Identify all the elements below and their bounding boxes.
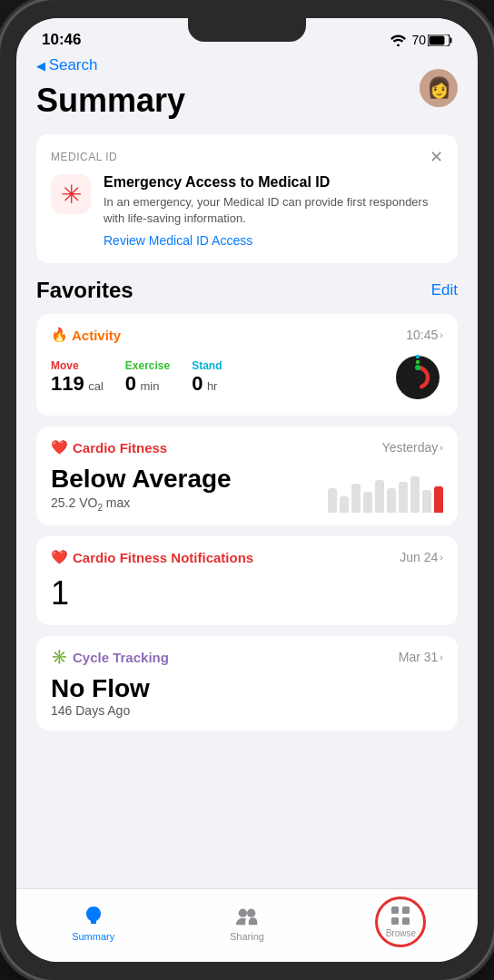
svg-point-9 <box>239 908 247 916</box>
status-time: 10:46 <box>42 31 81 49</box>
cardio-fitness-title: ❤️ Cardio Fitness <box>51 439 167 456</box>
cardio-fitness-card[interactable]: ❤️ Cardio Fitness Yesterday › Below Aver… <box>36 426 458 525</box>
medical-id-description: In an emergency, your Medical ID can pro… <box>104 194 443 227</box>
stand-value: 0 <box>192 372 203 395</box>
medical-id-close[interactable]: ✕ <box>430 149 443 165</box>
stand-stat: Stand 0 hr <box>192 359 222 396</box>
fire-icon: 🔥 <box>51 327 68 343</box>
svg-rect-13 <box>391 917 399 925</box>
activity-ring <box>392 352 443 403</box>
cycle-tracking-label: Cycle Tracking <box>73 650 169 665</box>
exercise-value: 0 <box>125 372 136 395</box>
bar-item <box>363 492 372 513</box>
heart-icon-2: ❤️ <box>51 549 68 565</box>
activity-stats-row: Move 119 cal Exercise 0 min Stand 0 <box>51 352 443 403</box>
page-title: Summary <box>36 82 458 120</box>
cardio-fitness-notif-header: ❤️ Cardio Fitness Notifications Jun 24 › <box>51 549 443 565</box>
heart-icon-1: ❤️ <box>51 439 68 456</box>
activity-time: 10:45 › <box>406 328 443 342</box>
bar-item <box>410 476 420 513</box>
bar-item <box>328 488 337 513</box>
browse-circle-highlight: Browse <box>375 897 426 947</box>
favorites-edit-button[interactable]: Edit <box>431 281 458 299</box>
medical-id-content: ✳ Emergency Access to Medical ID In an e… <box>51 174 443 249</box>
summary-tab-icon <box>81 903 106 928</box>
svg-rect-14 <box>402 917 410 925</box>
medical-id-label: MEDICAL ID <box>51 151 117 163</box>
bar-item <box>387 488 396 513</box>
cardio-notif-value: 1 <box>51 574 443 612</box>
tab-sharing[interactable]: Sharing <box>215 903 279 942</box>
cardio-fitness-main-value: Below Average <box>51 465 232 494</box>
cycle-tracking-date: Mar 31 › <box>399 650 443 664</box>
medical-id-header: MEDICAL ID ✕ <box>51 149 443 165</box>
battery-icon: 70 <box>411 33 452 47</box>
bar-item <box>422 490 431 513</box>
svg-rect-2 <box>450 37 452 43</box>
medical-id-text: Emergency Access to Medical ID In an eme… <box>104 174 443 249</box>
move-label: Move <box>51 359 104 372</box>
activity-title: 🔥 Activity <box>51 327 121 343</box>
svg-rect-12 <box>402 906 410 914</box>
medical-id-card[interactable]: MEDICAL ID ✕ ✳ Emergency Access to Medic… <box>36 134 458 263</box>
svg-point-10 <box>247 908 255 916</box>
cycle-sub-value: 146 Days Ago <box>51 703 443 718</box>
svg-rect-11 <box>391 906 399 914</box>
avatar[interactable]: 👩 <box>420 69 458 107</box>
cardio-fitness-body: Below Average 25.2 VO2 max <box>51 465 443 513</box>
cardio-fitness-values: Below Average 25.2 VO2 max <box>51 465 232 513</box>
cycle-tracking-chevron-icon: › <box>440 652 443 662</box>
move-value: 119 <box>51 372 84 395</box>
cycle-icon: ✳️ <box>51 649 68 665</box>
cycle-tracking-title: ✳️ Cycle Tracking <box>51 649 169 665</box>
move-stat: Move 119 cal <box>51 359 104 396</box>
stand-unit: hr <box>207 379 218 393</box>
cardio-fitness-notif-card[interactable]: ❤️ Cardio Fitness Notifications Jun 24 ›… <box>36 536 458 625</box>
medical-id-link[interactable]: Review Medical ID Access <box>104 233 252 248</box>
cardio-fitness-chart <box>328 473 443 513</box>
activity-chevron-icon: › <box>440 329 443 340</box>
cycle-tracking-card[interactable]: ✳️ Cycle Tracking Mar 31 › No Flow 146 D… <box>36 636 458 730</box>
notch <box>188 18 306 42</box>
favorites-section-header: Favorites Edit <box>36 278 458 303</box>
bar-item <box>351 484 361 513</box>
svg-point-0 <box>397 44 400 46</box>
browse-tab-label: Browse <box>386 928 416 938</box>
back-nav-label[interactable]: Search <box>36 56 98 74</box>
tab-summary[interactable]: Summary <box>62 903 125 942</box>
medical-asterisk-icon: ✳ <box>61 180 82 210</box>
exercise-label: Exercise <box>125 359 170 372</box>
bar-item <box>399 482 408 514</box>
exercise-unit: min <box>141 379 160 393</box>
cardio-fitness-notif-title: ❤️ Cardio Fitness Notifications <box>51 549 253 565</box>
cycle-main-value: No Flow <box>51 674 443 703</box>
cardio-fitness-date-value: Yesterday <box>382 440 439 455</box>
avatar-emoji: 👩 <box>427 76 451 100</box>
cardio-notif-chevron-icon: › <box>440 552 443 563</box>
back-nav[interactable]: Search <box>16 54 478 78</box>
cycle-tracking-date-value: Mar 31 <box>399 650 439 664</box>
battery-level-icon <box>428 34 452 46</box>
svg-rect-3 <box>430 35 445 44</box>
cardio-fitness-chevron-icon: › <box>440 442 443 453</box>
sharing-tab-icon <box>234 903 260 928</box>
phone-frame: 10:46 70 <box>0 0 494 980</box>
status-icons: 70 <box>390 33 452 47</box>
cardio-fitness-header: ❤️ Cardio Fitness Yesterday › <box>51 439 443 456</box>
bar-item <box>340 496 349 513</box>
activity-stats: Move 119 cal Exercise 0 min Stand 0 <box>51 359 222 396</box>
cardio-fitness-sub-value: 25.2 VO2 max <box>51 495 232 513</box>
cardio-fitness-notif-label: Cardio Fitness Notifications <box>73 550 253 565</box>
summary-tab-label: Summary <box>72 931 114 942</box>
medical-id-title: Emergency Access to Medical ID <box>104 174 443 191</box>
sharing-tab-label: Sharing <box>230 931 264 942</box>
activity-time-value: 10:45 <box>406 328 438 342</box>
tab-bar: Summary Sharing <box>16 888 478 962</box>
activity-card[interactable]: 🔥 Activity 10:45 › Move 119 cal <box>36 314 458 416</box>
medical-id-icon-box: ✳ <box>51 174 91 214</box>
content-area: Summary MEDICAL ID ✕ ✳ Emergency Access … <box>16 78 478 888</box>
stand-label: Stand <box>192 359 222 372</box>
cardio-fitness-notif-date: Jun 24 › <box>400 550 443 564</box>
tab-browse[interactable]: Browse <box>369 897 432 947</box>
phone-screen: 10:46 70 <box>16 18 478 962</box>
